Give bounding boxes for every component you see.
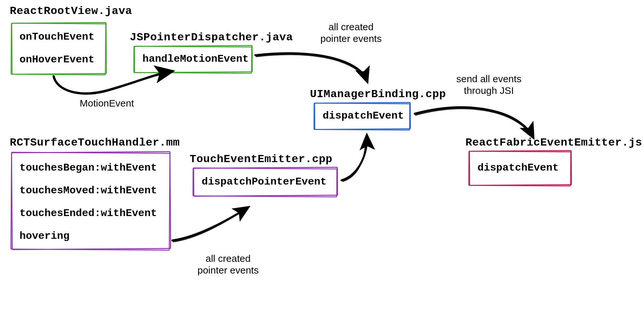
node-title-rct-surface-touch-handler: RCTSurfaceTouchHandler.mm [10,136,180,149]
arrow-touchemitter-to-uimanager [342,136,367,181]
method-dispatch-event-cpp: dispatchEvent [323,110,404,122]
arrow-rct-to-touchemitter [172,208,247,242]
method-dispatch-pointer-event: dispatchPointerEvent [202,176,327,188]
edge-label-motion-event: MotionEvent [80,97,134,109]
method-on-touch-event: onTouchEvent [20,31,94,43]
method-hovering: hovering [20,230,70,242]
diagram-canvas: { "nodes": { "reactRootView": { "title":… [0,0,644,320]
method-dispatch-event-js: dispatchEvent [477,162,559,174]
node-title-react-fabric-event-emitter: ReactFabricEventEmitter.js [465,136,642,149]
edge-label-all-created-pointer-events-top: all created pointer events [320,21,382,45]
arrow-dispatcher-to-uimanager [255,53,367,81]
node-title-react-root-view: ReactRootView.java [10,5,132,17]
node-title-js-pointer-dispatcher: JSPointerDispatcher.java [130,31,293,44]
edge-label-send-all-events-through-jsi: send all events through JSI [456,73,521,96]
method-handle-motion-event: handleMotionEvent [142,53,248,65]
arrow-uimanager-to-emitter [415,107,533,136]
method-touches-moved: touchesMoved:withEvent [20,185,157,197]
node-title-touch-event-emitter: TouchEventEmitter.cpp [190,153,332,165]
box-react-root-view [11,23,106,75]
method-on-hover-event: onHoverEvent [20,54,94,66]
edge-label-all-created-pointer-events-bottom: all created pointer events [197,253,259,276]
method-touches-began: touchesBegan:withEvent [20,162,157,174]
node-title-ui-manager-binding: UIManagerBinding.cpp [310,88,446,100]
method-touches-ended: touchesEnded:withEvent [20,207,157,219]
